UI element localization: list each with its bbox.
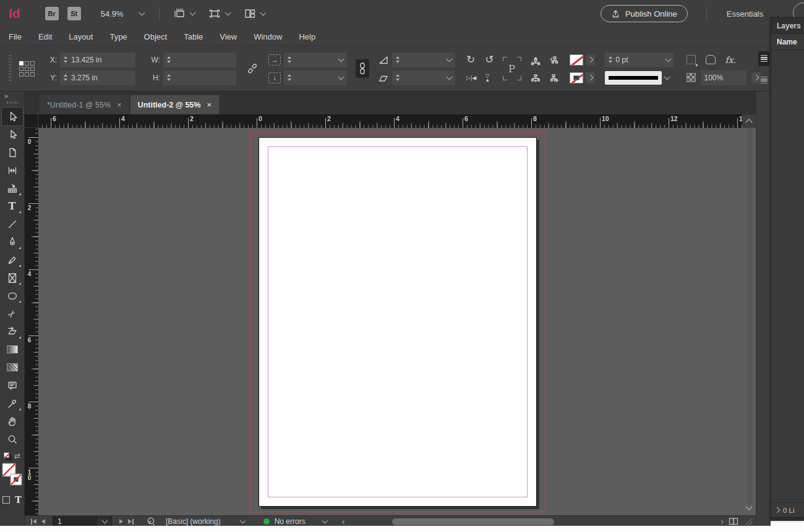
window-resize-grip[interactable] — [745, 518, 752, 525]
flip-horizontal-button[interactable]: ▷|◀ — [466, 75, 476, 81]
page-number-dropdown[interactable] — [98, 517, 111, 526]
x-spinner[interactable] — [64, 56, 67, 63]
fill-swatch-none[interactable] — [570, 54, 583, 65]
formatting-affects-text-button[interactable]: T — [15, 495, 21, 505]
height-field[interactable] — [163, 70, 236, 85]
w-spinner[interactable] — [167, 56, 171, 63]
h-spinner[interactable] — [167, 74, 171, 81]
chevron-down-icon[interactable] — [322, 518, 328, 524]
swap-fill-stroke-icon[interactable]: ⇄ — [14, 452, 20, 460]
close-icon[interactable]: × — [117, 100, 122, 109]
eyedropper-tool[interactable] — [2, 394, 23, 412]
next-page-button[interactable] — [119, 519, 123, 524]
tools-panel-grip[interactable] — [7, 101, 18, 104]
menu-object[interactable]: Object — [144, 32, 168, 41]
last-page-button[interactable] — [128, 519, 134, 525]
pages-spread-icon[interactable] — [729, 517, 739, 526]
stroke-options-button[interactable] — [586, 72, 595, 83]
constrain-scale-link-icon[interactable] — [356, 59, 369, 78]
select-content-button[interactable] — [530, 72, 541, 83]
pen-tool[interactable] — [2, 233, 23, 251]
line-tool[interactable] — [2, 215, 23, 233]
shear-angle-field[interactable] — [392, 70, 455, 85]
zoom-tool[interactable] — [2, 430, 23, 448]
shear-spinner[interactable] — [396, 74, 400, 81]
stock-button[interactable]: St — [67, 7, 81, 20]
vertical-scrollbar-down-button[interactable] — [742, 502, 756, 514]
menu-table[interactable]: Table — [184, 32, 203, 41]
chevron-down-icon[interactable] — [447, 74, 453, 80]
ruler-corner[interactable] — [25, 114, 38, 128]
default-fill-stroke-icon[interactable] — [4, 452, 12, 460]
y-position-field[interactable]: 3.275 in — [60, 70, 135, 85]
opacity-field[interactable]: 100% — [701, 70, 746, 85]
control-panel-menu-icon[interactable] — [758, 51, 769, 66]
hand-tool[interactable] — [2, 412, 23, 430]
menu-type[interactable]: Type — [109, 32, 127, 41]
view-options-dropdown[interactable] — [173, 7, 195, 20]
tab-untitled-2[interactable]: Untitled-2 @ 55% × — [130, 95, 219, 114]
preflight-icon[interactable] — [146, 517, 156, 526]
panel-grip[interactable] — [9, 55, 12, 82]
layers-panel-tab[interactable]: Layers — [771, 18, 804, 34]
zoom-level-dropdown[interactable]: 54.9% — [101, 9, 144, 19]
menu-layout[interactable]: Layout — [69, 32, 93, 41]
rotation-spinner[interactable] — [396, 56, 400, 63]
chevron-down-icon[interactable] — [239, 518, 246, 524]
corner-radius-icon[interactable] — [706, 55, 716, 64]
stroke-swatch-none[interactable] — [570, 72, 583, 83]
scale-x-field[interactable] — [284, 53, 347, 67]
scale-y-spinner[interactable] — [288, 74, 291, 81]
corner-options-icon[interactable] — [686, 55, 696, 64]
rotate-counterclockwise-button[interactable]: ↺ — [485, 54, 494, 65]
error-status-text[interactable]: No errors — [275, 517, 306, 526]
fill-options-button[interactable] — [586, 54, 595, 65]
rectangle-frame-tool[interactable] — [2, 269, 23, 287]
screen-mode-dropdown[interactable] — [208, 7, 230, 20]
select-next-object-button[interactable] — [549, 72, 560, 83]
preflight-profile-dropdown[interactable]: [Basic] (working) — [166, 517, 221, 526]
vertical-scrollbar-up-button[interactable] — [742, 114, 756, 128]
formatting-affects-container-button[interactable] — [2, 496, 10, 504]
menu-help[interactable]: Help — [299, 32, 315, 41]
first-page-button[interactable] — [31, 519, 36, 525]
hscroll-right-arrow[interactable]: › — [721, 518, 724, 525]
free-transform-tool[interactable] — [2, 323, 23, 340]
publish-online-button[interactable]: Publish Online — [601, 5, 688, 22]
content-collector-tool[interactable] — [2, 179, 23, 197]
gradient-swatch-tool[interactable] — [2, 340, 23, 358]
gradient-feather-tool[interactable] — [2, 358, 23, 376]
stroke-weight-spinner[interactable] — [609, 56, 612, 63]
tab-untitled-1[interactable]: *Untitled-1 @ 55% × — [40, 95, 129, 114]
note-tool[interactable] — [2, 376, 23, 394]
horizontal-scrollbar-thumb[interactable] — [392, 518, 555, 525]
type-tool[interactable]: T — [2, 197, 23, 215]
rotate-clockwise-button[interactable]: ↻ — [466, 54, 475, 65]
expand-tools-icon[interactable]: » — [0, 91, 8, 99]
chevron-down-icon[interactable] — [447, 56, 453, 62]
chevron-down-icon[interactable] — [664, 74, 670, 80]
vertical-ruler[interactable]: 0 2 4 6 8 10 — [25, 128, 38, 515]
scissors-tool[interactable]: ✂ — [2, 305, 23, 323]
menu-file[interactable]: File — [9, 32, 22, 41]
scale-y-field[interactable] — [284, 70, 347, 85]
select-container-button[interactable] — [530, 54, 541, 65]
page-number-field[interactable]: 1 — [53, 517, 112, 526]
arrange-documents-dropdown[interactable] — [244, 7, 265, 20]
layers-panel-footer[interactable]: 0 Li — [771, 502, 804, 517]
chevron-down-icon[interactable] — [665, 56, 671, 62]
select-previous-object-button[interactable] — [549, 54, 560, 65]
close-icon[interactable]: × — [207, 100, 212, 109]
fill-stroke-swatches[interactable] — [2, 463, 23, 488]
effects-fx-button[interactable]: fx. — [725, 55, 737, 65]
direct-selection-tool[interactable] — [2, 125, 23, 143]
menu-view[interactable]: View — [220, 32, 237, 41]
stroke-type-dropdown[interactable] — [605, 71, 662, 85]
width-field[interactable] — [163, 53, 236, 67]
stroke-weight-field[interactable]: 0 pt — [605, 53, 674, 67]
previous-page-button[interactable] — [41, 519, 45, 524]
page-tool[interactable] — [2, 143, 23, 161]
constrain-dimensions-link-icon[interactable] — [246, 62, 259, 75]
layers-list-empty[interactable] — [771, 50, 804, 502]
scale-x-spinner[interactable] — [288, 56, 291, 63]
